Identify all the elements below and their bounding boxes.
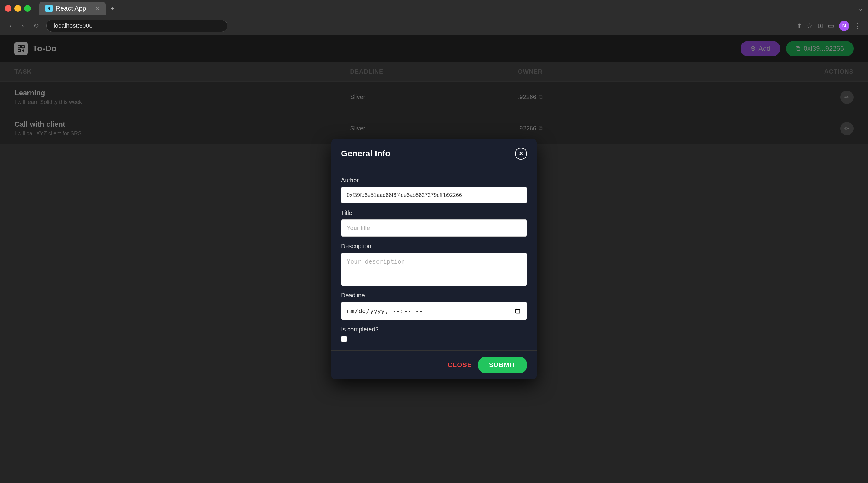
is-completed-label: Is completed?: [341, 326, 527, 333]
modal-header: General Info ✕: [331, 139, 537, 168]
modal-footer: CLOSE SUBMIT: [331, 351, 537, 379]
modal-title: General Info: [341, 149, 390, 159]
browser-window: ⚛ React App ✕ + ⌄ ‹ › ↻ ⬆ ☆ ⊞ ▭ N ⋮: [0, 0, 868, 483]
maximize-window-button[interactable]: [24, 5, 31, 12]
tab-close-button[interactable]: ✕: [95, 5, 100, 12]
address-right-icons: ⬆ ☆ ⊞ ▭ N ⋮: [797, 21, 861, 31]
author-input[interactable]: [341, 187, 527, 203]
title-label: Title: [341, 210, 527, 217]
new-tab-button[interactable]: +: [107, 2, 118, 14]
title-field-group: Title: [341, 210, 527, 237]
share-icon[interactable]: ⬆: [797, 22, 802, 30]
modal-close-button[interactable]: ✕: [515, 148, 527, 160]
deadline-field-group: Deadline: [341, 292, 527, 320]
browser-titlebar: ⚛ React App ✕ + ⌄: [0, 0, 868, 17]
address-input[interactable]: [46, 20, 227, 32]
submit-button[interactable]: SUBMIT: [478, 357, 527, 373]
window-icon[interactable]: ▭: [828, 22, 834, 30]
author-label: Author: [341, 177, 527, 184]
extensions-icon[interactable]: ⊞: [817, 22, 823, 30]
description-input[interactable]: [341, 253, 527, 286]
active-tab[interactable]: ⚛ React App ✕: [39, 2, 106, 15]
address-bar: ‹ › ↻ ⬆ ☆ ⊞ ▭ N ⋮: [0, 17, 868, 35]
is-completed-checkbox[interactable]: [341, 336, 347, 342]
minimize-window-button[interactable]: [14, 5, 21, 12]
profile-avatar[interactable]: N: [839, 21, 849, 31]
deadline-label: Deadline: [341, 292, 527, 299]
deadline-input[interactable]: [341, 302, 527, 320]
title-input[interactable]: [341, 220, 527, 237]
tab-bar: ⚛ React App ✕ +: [39, 2, 855, 15]
traffic-lights: [5, 5, 31, 12]
react-favicon: ⚛: [45, 5, 53, 12]
browser-menu-icon[interactable]: ⋮: [854, 22, 861, 30]
modal-overlay[interactable]: General Info ✕ Author Title: [0, 35, 868, 483]
description-label: Description: [341, 243, 527, 250]
is-completed-field-group: Is completed?: [341, 326, 527, 342]
general-info-modal: General Info ✕ Author Title: [331, 139, 537, 379]
bookmark-icon[interactable]: ☆: [807, 22, 813, 30]
author-field-group: Author: [341, 177, 527, 203]
forward-button[interactable]: ›: [19, 21, 26, 31]
browser-menu-chevron[interactable]: ⌄: [858, 5, 863, 12]
back-button[interactable]: ‹: [7, 21, 14, 31]
reload-button[interactable]: ↻: [31, 21, 41, 31]
description-field-group: Description: [341, 243, 527, 286]
tab-title: React App: [56, 4, 86, 12]
app-content: To-Do ⊕ Add ⧉ 0xf39...92266 TASK DEADLIN…: [0, 35, 868, 483]
checkbox-wrapper: [341, 336, 527, 342]
close-window-button[interactable]: [5, 5, 11, 12]
modal-body: Author Title Description: [331, 168, 537, 351]
close-footer-button[interactable]: CLOSE: [447, 361, 472, 369]
